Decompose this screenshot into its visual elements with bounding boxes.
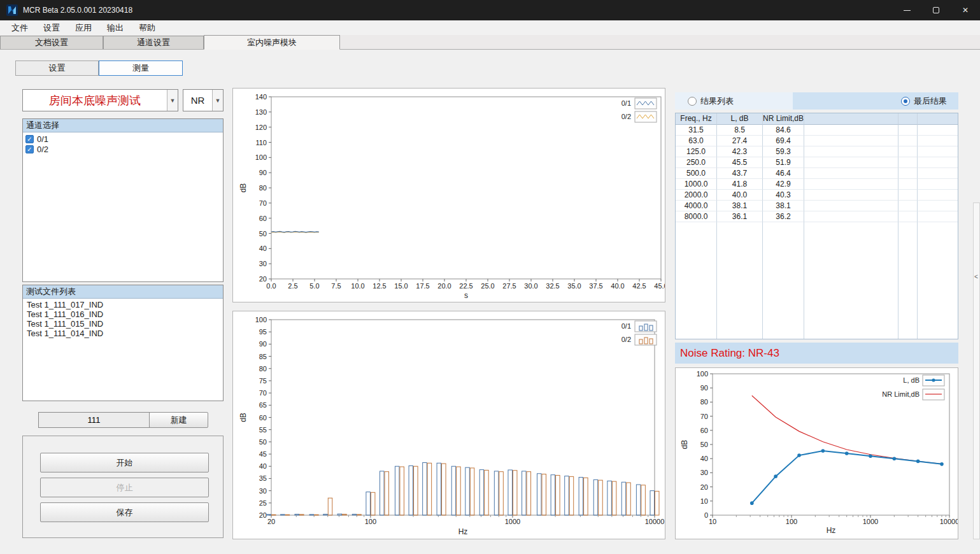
svg-text:dB: dB (680, 440, 689, 450)
start-button[interactable]: 开始 (40, 453, 209, 472)
file-list-item[interactable]: Test 1_111_015_IND (23, 319, 223, 329)
table-row: 8000.036.136.2 (676, 211, 958, 222)
svg-text:80: 80 (700, 398, 708, 406)
svg-text:85: 85 (259, 353, 267, 360)
svg-text:0/1: 0/1 (621, 322, 631, 330)
table-cell (717, 222, 763, 233)
table-cell (763, 244, 804, 255)
file-list-item[interactable]: Test 1_111_017_IND (23, 300, 223, 309)
table-cell-empty (804, 157, 898, 168)
svg-text:50: 50 (259, 438, 267, 446)
svg-text:22.5: 22.5 (459, 282, 472, 290)
table-cell: 27.4 (717, 136, 763, 146)
close-button[interactable]: ✕ (951, 0, 980, 20)
svg-text:35: 35 (259, 474, 267, 482)
spectrum-bar-chart: 1009590858075706560555045403530252020100… (232, 311, 665, 539)
file-name-input[interactable] (38, 412, 150, 428)
table-cell-empty (804, 255, 898, 266)
test-file-list[interactable]: Test 1_111_017_INDTest 1_111_016_INDTest… (23, 299, 223, 338)
save-button[interactable]: 保存 (40, 502, 209, 522)
subtab-settings[interactable]: 设置 (15, 60, 99, 76)
test-type-value: 房间本底噪声测试 (23, 90, 167, 111)
channel-label: 0/1 (37, 134, 48, 144)
table-cell (676, 320, 717, 330)
maximize-button[interactable] (921, 0, 951, 20)
file-list-item[interactable]: Test 1_111_016_IND (23, 309, 223, 319)
test-type-select[interactable]: 房间本底噪声测试 ▼ (22, 89, 178, 111)
table-cell (763, 276, 804, 287)
table-cell-empty (898, 309, 918, 320)
tab-channel-settings[interactable]: 通道设置 (103, 36, 204, 49)
checkbox-checked-icon[interactable] (25, 145, 34, 153)
minimize-button[interactable] (892, 0, 921, 20)
svg-text:40: 40 (259, 462, 267, 470)
table-cell-empty (918, 113, 958, 125)
svg-text:45: 45 (259, 450, 267, 458)
table-cell (763, 255, 804, 266)
svg-text:120: 120 (255, 124, 267, 131)
svg-text:Hz: Hz (458, 527, 468, 536)
svg-text:s: s (464, 291, 468, 300)
table-cell-empty (898, 222, 918, 233)
table-cell: 59.3 (763, 146, 804, 157)
file-list-item[interactable]: Test 1_111_014_IND (23, 329, 223, 338)
svg-text:32.5: 32.5 (546, 282, 559, 290)
svg-text:45.0: 45.0 (654, 282, 665, 290)
svg-text:0/2: 0/2 (621, 336, 631, 343)
svg-text:15.0: 15.0 (394, 282, 408, 290)
table-cell: 31.5 (676, 125, 717, 136)
channel-list[interactable]: 0/10/2 (23, 132, 223, 154)
curve-type-select[interactable]: NR ▼ (183, 89, 224, 111)
table-cell: NR Limit,dB (763, 113, 804, 125)
chevron-down-icon[interactable]: ▼ (167, 90, 178, 111)
table-cell-empty (918, 287, 958, 298)
table-cell: 51.9 (763, 157, 804, 168)
table-cell (763, 222, 804, 233)
tab-room-noise-module[interactable]: 室内噪声模块 (204, 35, 340, 50)
table-cell-empty (898, 190, 918, 201)
table-cell-empty (898, 157, 918, 168)
menu-bar: 文件设置应用输出帮助 (0, 20, 980, 35)
table-cell-empty (898, 136, 918, 146)
radio-last-result[interactable]: 最后结果 (793, 92, 958, 110)
svg-text:10: 10 (709, 518, 716, 525)
menu-item-help[interactable]: 帮助 (131, 21, 163, 35)
table-cell-empty (804, 233, 898, 244)
channel-label: 0/2 (37, 145, 48, 154)
chevron-down-icon[interactable]: ▼ (212, 90, 223, 111)
tab-doc-settings[interactable]: 文档设置 (0, 36, 103, 49)
table-row: 125.042.359.3 (676, 146, 958, 157)
table-cell (717, 244, 763, 255)
svg-text:55: 55 (259, 426, 267, 434)
table-cell: 2000.0 (676, 190, 717, 201)
channel-item[interactable]: 0/2 (23, 144, 223, 154)
test-file-list-header: 测试文件列表 (23, 285, 223, 299)
table-cell-empty (918, 125, 958, 136)
svg-text:10000: 10000 (645, 518, 665, 525)
table-cell-empty (918, 309, 958, 320)
table-cell: 38.1 (717, 201, 763, 211)
table-empty-row (676, 287, 958, 298)
subtab-measure[interactable]: 测量 (99, 60, 183, 76)
menu-item-output[interactable]: 输出 (99, 21, 131, 35)
svg-text:70: 70 (700, 413, 708, 420)
checkbox-checked-icon[interactable] (25, 135, 34, 143)
channel-item[interactable]: 0/1 (23, 134, 223, 144)
svg-text:90: 90 (259, 169, 267, 176)
menu-item-application[interactable]: 应用 (67, 21, 99, 35)
table-empty-row (676, 320, 958, 330)
table-cell (763, 298, 804, 309)
stop-button[interactable]: 停止 (40, 478, 209, 497)
radio-unselected-icon (688, 97, 697, 106)
table-cell: 38.1 (763, 201, 804, 211)
menu-item-file[interactable]: 文件 (4, 21, 36, 35)
radio-result-list-label: 结果列表 (700, 96, 734, 107)
menu-item-settings[interactable]: 设置 (36, 21, 67, 35)
table-empty-row (676, 233, 958, 244)
table-cell (717, 298, 763, 309)
radio-result-list[interactable]: 结果列表 (675, 92, 793, 110)
svg-text:25: 25 (259, 499, 267, 507)
new-file-button[interactable]: 新建 (149, 412, 208, 428)
collapse-panel-handle[interactable]: < (973, 202, 980, 539)
table-cell-empty (918, 190, 958, 201)
